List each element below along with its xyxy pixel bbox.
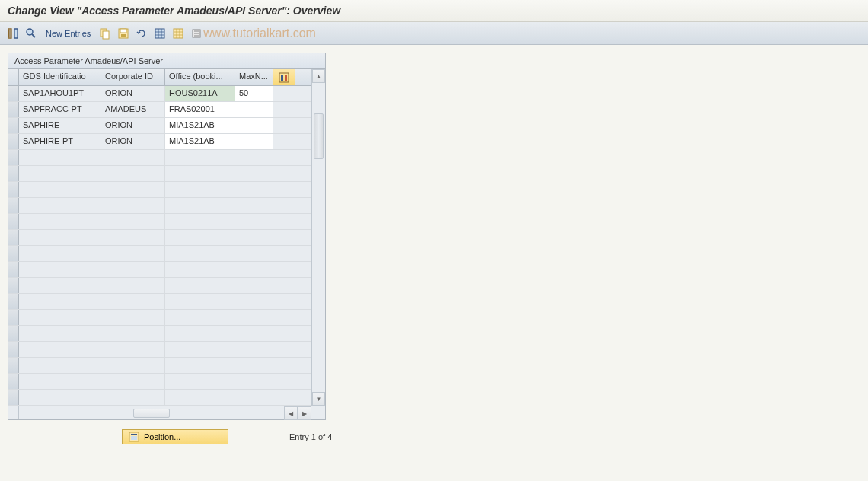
cell-corp[interactable]: AMADEUS (101, 102, 165, 117)
row-selector[interactable] (8, 310, 19, 325)
cell-corp[interactable]: ORION (101, 118, 165, 133)
table-row: SAPFRACC-PT AMADEUS FRAS02001 (8, 102, 311, 118)
cell-office[interactable]: FRAS02001 (165, 102, 235, 117)
find-icon[interactable] (24, 27, 38, 40)
toggle-display-icon[interactable] (6, 27, 20, 40)
row-selector[interactable] (8, 262, 19, 277)
col-header-gds[interactable]: GDS Identificatio (19, 69, 101, 85)
row-selector[interactable] (8, 230, 19, 245)
cell-corp[interactable]: ORION (101, 86, 165, 101)
svg-rect-6 (155, 29, 164, 38)
row-selector[interactable] (8, 182, 19, 197)
scroll-track[interactable] (312, 83, 325, 392)
watermark-text: www.tutorialkart.com (203, 27, 316, 40)
row-selector[interactable] (8, 134, 19, 149)
cell-gds[interactable]: SAP1AHOU1PT (19, 86, 101, 101)
export-icon[interactable] (190, 27, 203, 40)
col-header-office[interactable]: Office (booki... (165, 69, 235, 85)
scroll-right-icon[interactable]: ▶ (298, 406, 311, 420)
select-all-icon[interactable] (153, 27, 167, 40)
content-area: Access Parameter Amadeus/API Server GDS … (0, 45, 868, 428)
svg-rect-5 (121, 34, 126, 37)
table-row: SAPHIRE ORION MIA1S21AB (8, 118, 311, 134)
row-selector[interactable] (8, 102, 19, 117)
footer: Position... Entry 1 of 4 (8, 423, 860, 451)
svg-rect-9 (279, 73, 289, 82)
cell-corp[interactable]: ORION (101, 134, 165, 149)
row-selector[interactable] (8, 374, 19, 389)
cell-office[interactable]: MIA1S21AB (165, 118, 235, 133)
toolbar: New Entries www.tutorialkart.com (0, 22, 868, 45)
position-label: Position... (144, 432, 180, 441)
row-selector[interactable] (8, 342, 19, 357)
cell-gds[interactable]: SAPHIRE-PT (19, 134, 101, 149)
svg-rect-14 (131, 436, 137, 438)
row-selector[interactable] (8, 150, 19, 165)
row-selector[interactable] (8, 390, 19, 405)
copy-icon[interactable] (98, 27, 112, 40)
scroll-down-icon[interactable]: ▼ (312, 392, 325, 406)
new-entries-button[interactable]: New Entries (46, 29, 91, 38)
svg-rect-7 (174, 29, 183, 38)
table-row: SAP1AHOU1PT ORION HOUS0211A 50 (8, 86, 311, 102)
deselect-all-icon[interactable] (171, 27, 185, 40)
row-selector[interactable] (8, 246, 19, 261)
save-icon[interactable] (116, 27, 130, 40)
title-bar: Change View "Access Parameter Amadeus/AP… (0, 0, 868, 22)
table-title: Access Parameter Amadeus/API Server (8, 53, 325, 69)
row-selector[interactable] (8, 118, 19, 133)
table-body: SAP1AHOU1PT ORION HOUS0211A 50 SAPFRACC-… (8, 86, 311, 406)
scroll-h-track[interactable]: ⋯ (19, 406, 284, 419)
table-row: SAPHIRE-PT ORION MIA1S21AB (8, 134, 311, 150)
cell-office[interactable]: MIA1S21AB (165, 134, 235, 149)
cell-maxn[interactable] (235, 118, 273, 133)
row-selector[interactable] (8, 198, 19, 213)
scrollbar-horizontal[interactable]: ⋯ ◀ ▶ (8, 406, 325, 419)
col-config-button[interactable] (273, 69, 295, 85)
svg-rect-11 (285, 75, 287, 81)
cell-gds[interactable]: SAPFRACC-PT (19, 102, 101, 117)
scroll-left-icon[interactable]: ◀ (284, 406, 298, 420)
row-selector[interactable] (8, 278, 19, 293)
cell-maxn[interactable] (235, 134, 273, 149)
scrollbar-vertical[interactable]: ▲ ▼ (311, 69, 325, 406)
cell-maxn[interactable] (235, 102, 273, 117)
scroll-h-thumb[interactable]: ⋯ (133, 409, 170, 418)
cell-office[interactable]: HOUS0211A (165, 86, 235, 101)
row-selector[interactable] (8, 166, 19, 181)
scroll-thumb[interactable] (314, 113, 324, 159)
row-selector[interactable] (8, 86, 19, 101)
entry-count-text: Entry 1 of 4 (289, 432, 332, 441)
table-header: GDS Identificatio Corporate ID Office (b… (8, 69, 311, 86)
cell-gds[interactable]: SAPHIRE (19, 118, 101, 133)
svg-rect-13 (131, 434, 137, 435)
scroll-up-icon[interactable]: ▲ (312, 69, 325, 83)
table-container: Access Parameter Amadeus/API Server GDS … (8, 53, 326, 420)
position-button[interactable]: Position... (122, 429, 228, 444)
row-selector[interactable] (8, 326, 19, 341)
svg-rect-15 (131, 438, 137, 440)
row-selector[interactable] (8, 294, 19, 309)
col-header-corp[interactable]: Corporate ID (101, 69, 165, 85)
svg-rect-4 (120, 29, 126, 33)
page-title: Change View "Access Parameter Amadeus/AP… (8, 5, 340, 17)
position-icon (129, 432, 139, 442)
cell-maxn[interactable]: 50 (235, 86, 273, 101)
undo-icon[interactable] (135, 27, 148, 40)
svg-rect-2 (103, 31, 109, 39)
row-selector[interactable] (8, 214, 19, 229)
col-header-maxn[interactable]: MaxN... (235, 69, 273, 85)
svg-rect-10 (281, 75, 283, 81)
row-selector[interactable] (8, 358, 19, 373)
svg-point-0 (27, 29, 33, 35)
row-selector-header[interactable] (8, 69, 19, 85)
